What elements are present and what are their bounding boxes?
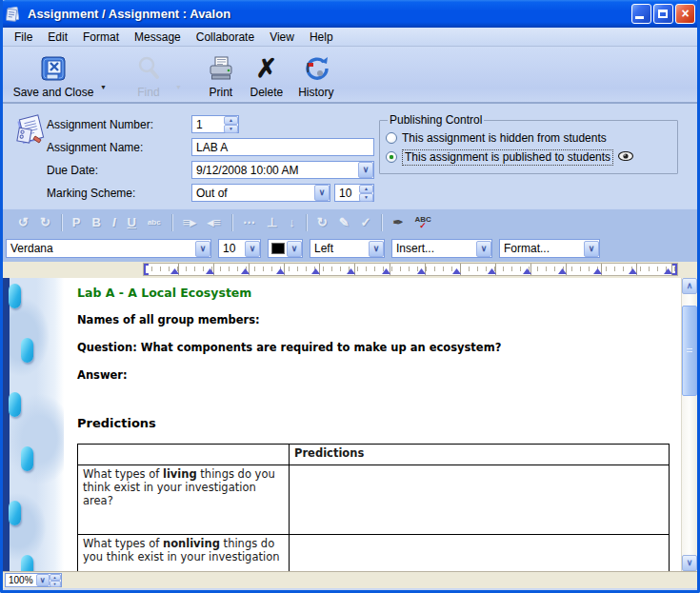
- left-indent-marker[interactable]: [144, 264, 149, 275]
- marking-scheme-label: Marking Scheme:: [47, 187, 191, 200]
- assignment-number-stepper[interactable]: 1 ▲▼: [191, 115, 239, 133]
- assignment-name-field[interactable]: LAB A: [191, 138, 374, 156]
- scroll-down-icon[interactable]: ∨: [682, 555, 697, 571]
- save-and-close-button[interactable]: Save and Close: [10, 47, 96, 102]
- alignment-arrow-icon[interactable]: ∨: [369, 241, 384, 257]
- font-family-dropdown[interactable]: Verdana ∨: [6, 239, 211, 258]
- approve-check-icon[interactable]: ✓: [355, 215, 377, 229]
- indent-icon[interactable]: ≡▸: [177, 215, 202, 229]
- menu-file[interactable]: File: [7, 29, 40, 46]
- font-size-arrow-icon[interactable]: ∨: [245, 241, 260, 257]
- save-menu-caret-icon[interactable]: ▼: [96, 84, 110, 90]
- zoom-dropdown-icon[interactable]: ∨: [36, 574, 50, 586]
- scroll-up-icon[interactable]: ∧: [682, 278, 697, 294]
- menu-format[interactable]: Format: [75, 29, 127, 46]
- italic-icon[interactable]: I: [107, 215, 122, 229]
- redo-icon[interactable]: ↻: [34, 215, 56, 229]
- print-label: Print: [210, 86, 233, 99]
- move-down-icon[interactable]: ↓: [283, 215, 301, 229]
- menu-collaborate[interactable]: Collaborate: [189, 29, 262, 46]
- save-and-close-label: Save and Close: [13, 86, 94, 99]
- table-answer-cell[interactable]: [290, 465, 670, 535]
- zoom-up-icon[interactable]: ▲: [50, 574, 61, 581]
- formatting-toolbar: ↺ ↻ P B I U abc ≡▸ ◂≡ ⋯ ⊥ ↓ ↻ ✎ ✓ ✒ ABC …: [3, 208, 697, 235]
- find-menu-caret-icon[interactable]: ▼: [171, 84, 186, 90]
- table-question-cell[interactable]: What types of nonliving things do you th…: [78, 535, 290, 572]
- table-answer-cell[interactable]: [290, 535, 670, 572]
- edit-pencil-icon[interactable]: ✎: [333, 215, 355, 229]
- published-radio[interactable]: [386, 151, 397, 163]
- points-down-icon[interactable]: ▼: [359, 193, 373, 202]
- assignment-number-label: Assignment Number:: [47, 118, 191, 131]
- format-arrow-icon[interactable]: ∨: [584, 241, 599, 257]
- delete-button[interactable]: ✗ Delete: [243, 47, 290, 102]
- insert-value: Insert...: [392, 242, 476, 255]
- hidden-radio[interactable]: [386, 132, 397, 144]
- assignment-name-label: Assignment Name:: [47, 141, 191, 154]
- menu-help[interactable]: Help: [302, 29, 341, 46]
- number-down-icon[interactable]: ▼: [224, 125, 238, 133]
- font-color-arrow-icon[interactable]: ∨: [287, 241, 302, 257]
- insert-dropdown[interactable]: Insert... ∨: [391, 239, 492, 258]
- marking-points-stepper[interactable]: 10 ▲▼: [334, 184, 374, 202]
- underline-icon[interactable]: U: [122, 215, 142, 229]
- font-color-dropdown[interactable]: ∨: [268, 239, 303, 258]
- find-icon: [134, 53, 163, 84]
- scrollbar-thumb[interactable]: [682, 306, 697, 396]
- table-question-cell[interactable]: What types of living things do you think…: [78, 465, 290, 535]
- zoom-down-icon[interactable]: ▼: [50, 581, 61, 587]
- marking-scheme-dropdown[interactable]: Out of ∨: [191, 184, 330, 202]
- maximize-button[interactable]: [653, 4, 673, 24]
- outdent-icon[interactable]: ◂≡: [202, 215, 227, 229]
- hidden-option-row[interactable]: This assignment is hidden from students: [386, 128, 671, 148]
- document-title: Lab A - A Local Ecosystem: [77, 286, 681, 300]
- spellcheck-icon[interactable]: ABC ✓: [409, 216, 436, 229]
- assignment-number-value: 1: [192, 118, 224, 131]
- history-button[interactable]: History: [290, 47, 342, 102]
- signature-icon[interactable]: ✒: [387, 215, 409, 229]
- insert-arrow-icon[interactable]: ∨: [476, 241, 491, 257]
- document-editor[interactable]: Lab A - A Local Ecosystem Names of all g…: [3, 278, 697, 571]
- marking-scheme-arrow-icon[interactable]: ∨: [314, 185, 330, 201]
- plain-icon[interactable]: P: [67, 215, 87, 229]
- ruler-row: [3, 262, 697, 278]
- app-icon: [5, 6, 22, 23]
- right-indent-marker[interactable]: [672, 264, 677, 275]
- vertical-scrollbar[interactable]: ∧ ∨: [681, 278, 697, 571]
- delete-icon: ✗: [256, 53, 278, 84]
- find-button[interactable]: Find: [126, 47, 171, 102]
- due-date-dropdown[interactable]: 9/12/2008 10:00 AM ∨: [191, 161, 374, 179]
- alignment-value: Left: [310, 242, 369, 255]
- number-up-icon[interactable]: ▲: [224, 116, 238, 125]
- alignment-dropdown[interactable]: Left ∨: [310, 239, 385, 258]
- marking-points-value: 10: [335, 187, 359, 200]
- minimize-button[interactable]: [631, 4, 651, 24]
- scrollbar-track[interactable]: [682, 396, 697, 555]
- font-color-swatch: [271, 243, 285, 254]
- format-dropdown[interactable]: Format... ∨: [499, 239, 600, 258]
- points-up-icon[interactable]: ▲: [359, 185, 373, 193]
- due-date-arrow-icon[interactable]: ∨: [358, 162, 373, 178]
- assignment-window: Assignment / Assignment : Avalon × File …: [0, 0, 700, 593]
- table-header-predictions-cell[interactable]: Predictions: [290, 445, 670, 465]
- bold-icon[interactable]: B: [86, 215, 106, 229]
- close-button[interactable]: ×: [675, 4, 695, 24]
- font-size-value: 10: [219, 242, 245, 255]
- zoom-control[interactable]: 100% ∨ ▲▼: [5, 573, 62, 587]
- menu-message[interactable]: Message: [127, 29, 189, 46]
- menu-edit[interactable]: Edit: [40, 29, 75, 46]
- published-option-row[interactable]: This assignment is published to students: [386, 148, 671, 167]
- strikethrough-icon[interactable]: abc: [142, 218, 167, 227]
- space-before-icon[interactable]: ⋯: [237, 215, 261, 229]
- space-after-icon[interactable]: ⊥: [261, 215, 283, 229]
- font-size-dropdown[interactable]: 10 ∨: [218, 239, 261, 258]
- font-family-arrow-icon[interactable]: ∨: [195, 241, 210, 257]
- window-title: Assignment / Assignment : Avalon: [28, 7, 631, 21]
- table-header-empty-cell[interactable]: [78, 445, 290, 465]
- revert-icon[interactable]: ↻: [311, 215, 333, 229]
- menu-view[interactable]: View: [262, 29, 302, 46]
- due-date-label: Due Date:: [47, 164, 191, 177]
- document-page[interactable]: Lab A - A Local Ecosystem Names of all g…: [64, 278, 681, 571]
- print-button[interactable]: Print: [199, 47, 243, 102]
- undo-icon[interactable]: ↺: [12, 215, 34, 229]
